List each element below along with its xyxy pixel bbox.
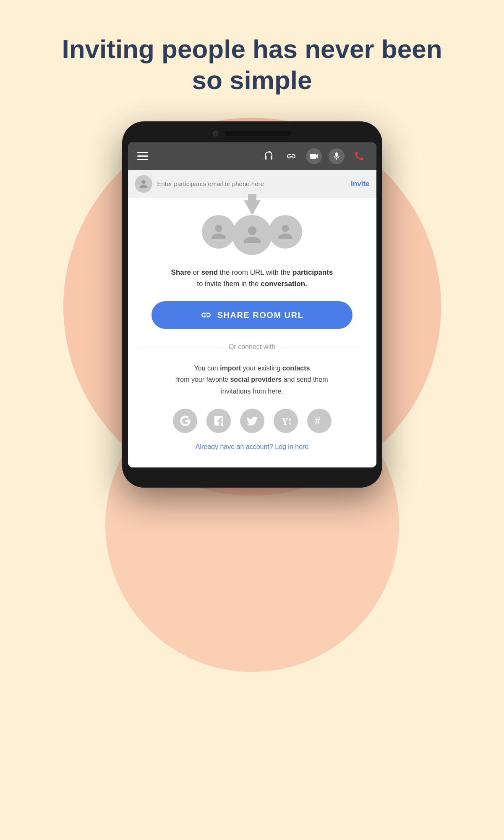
person-avatar-right xyxy=(269,215,302,249)
social-icons-row: Y! # xyxy=(173,409,332,433)
or-line-right xyxy=(282,347,363,347)
google-plus-icon[interactable] xyxy=(173,409,197,433)
invite-input[interactable] xyxy=(157,180,346,187)
yahoo-icon[interactable]: Y! xyxy=(274,409,298,433)
people-illustration xyxy=(202,215,302,255)
or-connect-section: Or connect with xyxy=(141,343,364,351)
phone-bottom-bar xyxy=(227,473,277,478)
already-account-link[interactable]: Already have an account? Log in here xyxy=(196,443,309,455)
arrow-down-icon xyxy=(244,194,261,217)
or-line-left xyxy=(141,347,222,347)
hamburger-menu-button[interactable] xyxy=(137,152,148,160)
phone-speaker xyxy=(225,131,292,136)
invite-avatar xyxy=(135,175,152,193)
phone-wrapper: Invite xyxy=(0,121,504,488)
invite-button[interactable]: Invite xyxy=(351,180,369,188)
person-avatar-left xyxy=(202,215,235,249)
import-text: You can import your existing contacts fr… xyxy=(176,362,328,397)
or-connect-label: Or connect with xyxy=(222,343,282,351)
phone-top-bar xyxy=(128,131,376,136)
share-room-url-button[interactable]: SHARE ROOM URL xyxy=(151,301,353,329)
hashtag-icon[interactable]: # xyxy=(307,409,332,433)
app-toolbar xyxy=(128,142,376,170)
main-content: Share or send the room URL with the part… xyxy=(128,198,376,467)
phone-screen: Invite xyxy=(128,142,376,467)
page-title: Inviting people has never been so simple xyxy=(0,0,504,113)
phone-camera xyxy=(213,131,219,136)
share-button-label: SHARE ROOM URL xyxy=(217,310,303,320)
svg-text:#: # xyxy=(314,415,320,426)
headphones-icon[interactable] xyxy=(261,148,277,164)
facebook-icon[interactable] xyxy=(206,409,231,433)
svg-marker-0 xyxy=(244,194,261,215)
link-button-icon xyxy=(201,310,212,320)
video-camera-icon[interactable] xyxy=(306,148,322,164)
description-text: Share or send the room URL with the part… xyxy=(171,267,333,289)
phone-device: Invite xyxy=(122,121,382,488)
twitter-icon[interactable] xyxy=(240,409,264,433)
svg-text:Y!: Y! xyxy=(282,416,292,426)
link-icon[interactable] xyxy=(283,148,299,164)
end-call-icon[interactable] xyxy=(351,148,367,164)
microphone-icon[interactable] xyxy=(329,148,345,164)
person-avatar-center xyxy=(232,215,272,255)
